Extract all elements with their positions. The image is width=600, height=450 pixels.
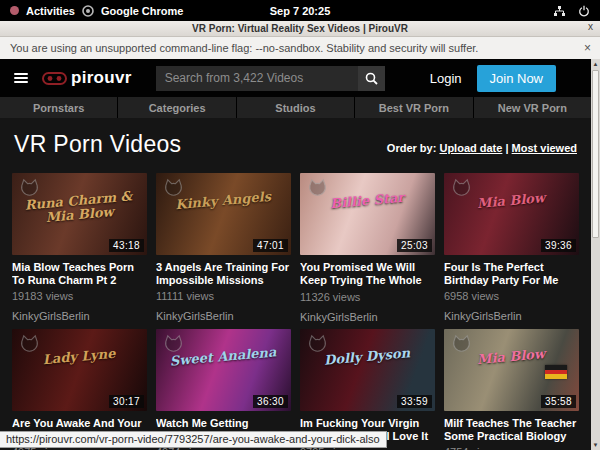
- warning-close-icon[interactable]: ×: [584, 41, 591, 55]
- nav-item-categories[interactable]: Categories: [118, 97, 235, 118]
- video-studio-link[interactable]: KinkyGirlsBerlin: [156, 310, 291, 322]
- main-nav: Pornstars Categories Studios Best VR Por…: [0, 97, 591, 118]
- search-bar: [156, 66, 385, 91]
- video-views: 4754 views: [444, 446, 579, 450]
- clock[interactable]: Sep 7 20:25: [270, 5, 331, 17]
- window-title: VR Porn: Virtual Reality Sex Videos | Pi…: [192, 23, 408, 34]
- video-views: 11111 views: [156, 290, 291, 302]
- search-icon: [365, 72, 378, 85]
- video-duration-badge: 30:17: [109, 395, 144, 408]
- video-title-link[interactable]: 3 Angels Are Training For Impossible Mis…: [156, 261, 291, 287]
- video-thumbnail[interactable]: Dolly Dyson 33:59: [300, 329, 435, 411]
- site-header: pirouvr Login Join Now: [0, 59, 591, 97]
- video-thumbnail[interactable]: Mia Blow 39:36: [444, 173, 579, 255]
- scroll-down-arrow-icon[interactable]: ▼: [591, 440, 600, 450]
- login-button[interactable]: Login: [430, 71, 462, 86]
- video-grid: Runa Charm & Mia Blow 43:18 Mia Blow Tea…: [0, 167, 591, 450]
- video-thumbnail[interactable]: Sweet Analena 36:30: [156, 329, 291, 411]
- video-thumbnail[interactable]: Billie Star 25:03: [300, 173, 435, 255]
- video-duration-badge: 43:18: [109, 239, 144, 252]
- video-card[interactable]: Runa Charm & Mia Blow 43:18 Mia Blow Tea…: [12, 173, 147, 323]
- video-studio-link[interactable]: KinkyGirlsBerlin: [12, 310, 147, 322]
- video-thumbnail[interactable]: Kinky Angels 47:01: [156, 173, 291, 255]
- app-menu-button[interactable]: Google Chrome: [101, 5, 184, 17]
- site-logo[interactable]: pirouvr: [42, 68, 132, 88]
- site-logo-text: pirouvr: [71, 68, 132, 88]
- nav-item-studios[interactable]: Studios: [237, 97, 354, 118]
- system-top-bar: Activities Google Chrome Sep 7 20:25: [0, 0, 600, 21]
- page-head: VR Porn Videos Order by: Upload date | M…: [0, 118, 591, 167]
- status-url-tooltip: https://pirouvr.com/vr-porn-video/779325…: [0, 431, 387, 448]
- nav-item-best-vr-porn[interactable]: Best VR Porn: [355, 97, 472, 118]
- video-duration-badge: 39:36: [541, 239, 576, 252]
- video-duration-badge: 47:01: [253, 239, 288, 252]
- video-title-link[interactable]: Mia Blow Teaches Porn To Runa Charm Pt 2: [12, 261, 147, 287]
- order-upload-date-link[interactable]: Upload date: [439, 142, 502, 154]
- window-close-button[interactable]: x: [588, 21, 593, 32]
- video-card[interactable]: Billie Star 25:03 You Promised We Will K…: [300, 173, 435, 323]
- order-by-label: Order by:: [387, 142, 437, 154]
- video-views: 19183 views: [12, 290, 147, 302]
- video-card[interactable]: Mia Blow 35:58 Milf Teaches The Teacher …: [444, 329, 579, 450]
- search-input[interactable]: [156, 66, 358, 91]
- nav-item-new-vr-porn[interactable]: New VR Porn: [474, 97, 591, 118]
- video-title-link[interactable]: Milf Teaches The Teacher Some Practical …: [444, 417, 579, 443]
- page-scrollbar[interactable]: ▲ ▼: [591, 59, 600, 450]
- power-icon[interactable]: [578, 5, 590, 17]
- warning-text: You are using an unsupported command-lin…: [10, 42, 478, 54]
- video-duration-badge: 35:58: [541, 395, 576, 408]
- video-studio-link[interactable]: KinkyGirlsBerlin: [444, 310, 579, 322]
- video-views: 11326 views: [300, 291, 435, 303]
- nav-item-pornstars[interactable]: Pornstars: [0, 97, 117, 118]
- order-separator: |: [502, 142, 511, 154]
- menu-icon[interactable]: [14, 71, 28, 85]
- video-thumbnail[interactable]: Lady Lyne 30:17: [12, 329, 147, 411]
- activities-indicator-dot: [10, 6, 19, 15]
- video-title-link[interactable]: Four Is The Perfect Birthday Party For M…: [444, 261, 579, 287]
- network-icon[interactable]: [553, 5, 566, 17]
- video-duration-badge: 25:03: [397, 239, 432, 252]
- vr-goggles-icon: [42, 72, 67, 85]
- video-card[interactable]: Kinky Angels 47:01 3 Angels Are Training…: [156, 173, 291, 323]
- video-views: 6958 views: [444, 290, 579, 302]
- scroll-up-arrow-icon[interactable]: ▲: [591, 59, 600, 69]
- browser-viewport: pirouvr Login Join Now Pornstars Categor…: [0, 59, 591, 450]
- search-button[interactable]: [358, 66, 385, 91]
- german-flag-icon: [545, 365, 567, 379]
- chrome-icon: [82, 5, 94, 17]
- window-title-bar[interactable]: VR Porn: Virtual Reality Sex Videos | Pi…: [0, 21, 600, 37]
- video-thumbnail[interactable]: Runa Charm & Mia Blow 43:18: [12, 173, 147, 255]
- video-thumbnail[interactable]: Mia Blow 35:58: [444, 329, 579, 411]
- video-studio-link[interactable]: KinkyGirlsBerlin: [300, 311, 435, 323]
- order-by: Order by: Upload date | Most viewed: [387, 142, 577, 154]
- scrollbar-thumb[interactable]: [592, 70, 599, 238]
- order-most-viewed-link[interactable]: Most viewed: [512, 142, 577, 154]
- join-now-button[interactable]: Join Now: [477, 65, 556, 92]
- video-card[interactable]: Mia Blow 39:36 Four Is The Perfect Birth…: [444, 173, 579, 323]
- warning-bar: You are using an unsupported command-lin…: [0, 37, 600, 59]
- video-title-link[interactable]: You Promised We Will Keep Trying The Who…: [300, 261, 435, 288]
- page-title: VR Porn Videos: [14, 131, 181, 158]
- video-duration-badge: 36:30: [253, 395, 288, 408]
- video-duration-badge: 33:59: [397, 395, 432, 408]
- activities-button[interactable]: Activities: [26, 5, 75, 17]
